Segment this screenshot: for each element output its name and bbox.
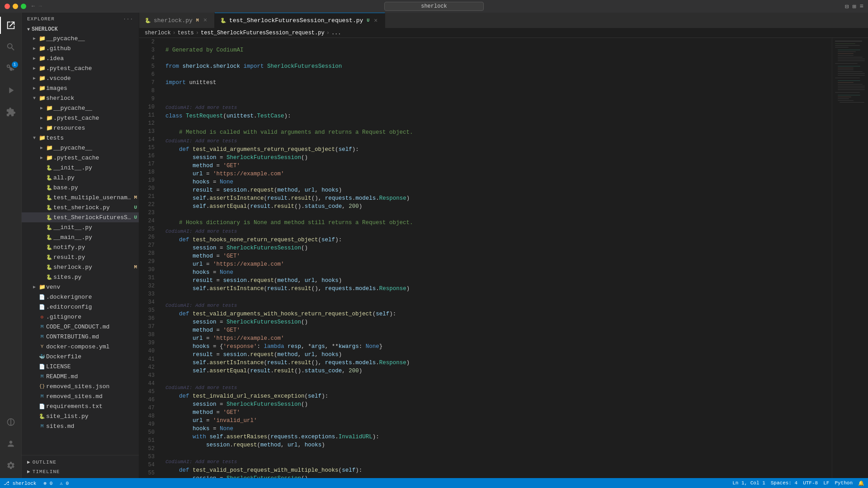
warnings[interactable]: ⚠ 0 <box>60 480 69 486</box>
tab-test-futures[interactable]: 🐍 test_SherlockFuturesSession_request.py… <box>215 13 385 28</box>
tree-item-pytest-cache3[interactable]: ▶ 📁 .pytest_cache <box>22 153 139 163</box>
errors[interactable]: ⊗ 0 <box>43 480 52 486</box>
line-num-31: 31 <box>139 274 158 282</box>
tree-item-contributing[interactable]: M CONTRIBUTING.md <box>22 332 139 342</box>
line-num-54: 54 <box>139 461 158 469</box>
tab-close-button[interactable]: × <box>202 17 209 24</box>
tree-item-gitignore[interactable]: ⊙ .gitignore <box>22 312 139 322</box>
tree-item-test-futures[interactable]: 🐍 test_SherlockFuturesSession_request.py… <box>22 212 139 222</box>
tree-item-pycache2[interactable]: ▶ 📁 __pycache__ <box>22 103 139 113</box>
tree-item-pytest-cache1[interactable]: ▶ 📁 .pytest_cache <box>22 63 139 73</box>
arrow-icon: ▶ <box>31 75 38 81</box>
language[interactable]: Python <box>835 480 853 486</box>
tree-item-docker-compose[interactable]: Y docker-compose.yml <box>22 342 139 352</box>
nav-fwd-icon[interactable]: → <box>38 3 42 9</box>
tree-item-requirements[interactable]: 📄 requirements.txt <box>22 401 139 411</box>
timeline-section[interactable]: ▶ TIMELINE <box>22 467 139 476</box>
tree-item-venv[interactable]: ▶ 📁 venv <box>22 282 139 292</box>
code-line-24: session = SherlockFuturesSession() <box>162 244 832 252</box>
tab-close-button[interactable]: × <box>372 17 379 24</box>
outline-section[interactable]: ▶ OUTLINE <box>22 457 139 467</box>
tree-item-init2-py[interactable]: 🐍 __init__.py <box>22 222 139 232</box>
line-num-2: 2 <box>139 38 158 46</box>
tab-sherlock-py[interactable]: 🐍 sherlock.py M × <box>139 13 215 28</box>
tree-item-resources[interactable]: ▶ 📁 resources <box>22 123 139 133</box>
tree-item-dockerignore[interactable]: 📄 .dockerignore <box>22 292 139 302</box>
svg-rect-6 <box>838 53 854 54</box>
tree-item-removed-md[interactable]: M removed_sites.md <box>22 391 139 401</box>
arrow-icon: ▶ <box>38 125 45 131</box>
tree-item-pycache1[interactable]: ▶ 📁 __pycache__ <box>22 33 139 43</box>
sidebar-tree: ▶ 📁 __pycache__ ▶ 📁 .github ▶ 📁 .idea ▶ … <box>22 33 139 455</box>
layout-icon[interactable]: ⊟ <box>845 3 849 10</box>
tree-item-sherlock-py[interactable]: 🐍 sherlock.py M <box>22 262 139 272</box>
code-editor: 2 3 4 5 6 7 8 9 10 11 12 13 14 15 16 17 … <box>139 38 868 478</box>
svg-rect-17 <box>838 75 865 75</box>
tree-item-base-py[interactable]: 🐍 base.py <box>22 183 139 192</box>
code-line-30 <box>162 293 832 301</box>
line-num-15: 15 <box>139 144 158 152</box>
title-search[interactable]: sherlock <box>384 2 484 11</box>
search-activity-icon[interactable] <box>0 36 22 58</box>
run-activity-icon[interactable] <box>0 80 22 101</box>
eol[interactable]: LF <box>823 480 829 486</box>
tree-item-test-sherlock[interactable]: 🐍 test_sherlock.py U <box>22 202 139 212</box>
tree-item-sites-py[interactable]: 🐍 sites.py <box>22 272 139 282</box>
item-label: notify.py <box>53 244 139 251</box>
close-button[interactable] <box>5 4 10 9</box>
encoding[interactable]: UTF-8 <box>803 480 818 486</box>
ln-col[interactable]: Ln 1, Col 1 <box>732 480 765 486</box>
tree-item-tests-folder[interactable]: ▼ 📁 tests <box>22 133 139 143</box>
account-activity-icon[interactable] <box>0 433 22 455</box>
fullscreen-button[interactable] <box>21 4 26 9</box>
tree-item-main-py[interactable]: 🐍 __main__.py <box>22 232 139 242</box>
root-label: SHERLOCK <box>32 26 58 33</box>
nav-back-icon[interactable]: ← <box>32 3 35 9</box>
tree-item-readme[interactable]: M README.md <box>22 371 139 381</box>
breadcrumb-file[interactable]: test_SherlockFuturesSession_request.py <box>201 30 325 36</box>
line-num-49: 49 <box>139 420 158 428</box>
tree-item-dockerfile[interactable]: 🐳 Dockerfile <box>22 352 139 361</box>
sidebar-menu-icon[interactable]: ··· <box>123 16 133 22</box>
root-folder[interactable]: ▼ SHERLOCK <box>22 25 139 33</box>
line-num-29: 29 <box>139 258 158 266</box>
tree-item-site-list[interactable]: 🐍 site_list.py <box>22 411 139 421</box>
customize-icon[interactable]: ≡ <box>860 3 863 10</box>
explorer-activity-icon[interactable] <box>0 14 22 36</box>
split-icon[interactable]: ⊞ <box>852 3 856 10</box>
minimize-button[interactable] <box>13 4 18 9</box>
code-content[interactable]: # Generated by CodiumAI from sherlock.sh… <box>162 38 832 478</box>
tree-item-images[interactable]: ▶ 📁 images <box>22 83 139 93</box>
tree-item-github[interactable]: ▶ 📁 .github <box>22 43 139 53</box>
tree-item-init-py[interactable]: 🐍 __init__.py <box>22 163 139 173</box>
line-num-39: 39 <box>139 339 158 347</box>
line-num-24: 24 <box>139 217 158 225</box>
tree-item-result-py[interactable]: 🐍 result.py <box>22 252 139 262</box>
tree-item-pytest-cache2[interactable]: ▶ 📁 .pytest_cache <box>22 113 139 123</box>
spaces[interactable]: Spaces: 4 <box>771 480 797 486</box>
tree-item-idea[interactable]: ▶ 📁 .idea <box>22 53 139 63</box>
settings-activity-icon[interactable] <box>0 455 22 476</box>
tree-item-license[interactable]: 📄 LICENSE <box>22 361 139 371</box>
tree-item-vscode[interactable]: ▶ 📁 .vscode <box>22 73 139 83</box>
tree-item-removed-json[interactable]: {} removed_sites.json <box>22 381 139 391</box>
extensions-activity-icon[interactable] <box>0 101 22 123</box>
source-control-activity-icon[interactable]: 1 <box>0 58 22 80</box>
git-branch[interactable]: ⎇ sherlock <box>4 480 36 486</box>
breadcrumb-tests[interactable]: tests <box>178 30 194 36</box>
feedback-icon[interactable]: 🔔 <box>858 480 864 486</box>
line-num-35: 35 <box>139 306 158 314</box>
tree-item-editorconfig[interactable]: 📄 .editorconfig <box>22 302 139 312</box>
tree-item-test-multiple[interactable]: 🐍 test_multiple_usernames.py M <box>22 192 139 202</box>
breadcrumb-sherlock[interactable]: sherlock <box>145 30 171 36</box>
code-line-15: method = 'GET' <box>162 162 832 170</box>
tree-item-notify-py[interactable]: 🐍 notify.py <box>22 242 139 252</box>
code-line-46: session.request(method, url, hooks) <box>162 441 832 449</box>
remote-activity-icon[interactable] <box>0 411 22 433</box>
tree-item-coc[interactable]: M CODE_OF_CONDUCT.md <box>22 322 139 332</box>
tree-item-sherlock-folder[interactable]: ▼ 📁 sherlock <box>22 93 139 103</box>
tree-item-sites-md[interactable]: M sites.md <box>22 421 139 431</box>
breadcrumb-more: ... <box>331 30 341 36</box>
tree-item-all-py[interactable]: 🐍 all.py <box>22 173 139 183</box>
tree-item-pycache3[interactable]: ▶ 📁 __pycache__ <box>22 143 139 153</box>
